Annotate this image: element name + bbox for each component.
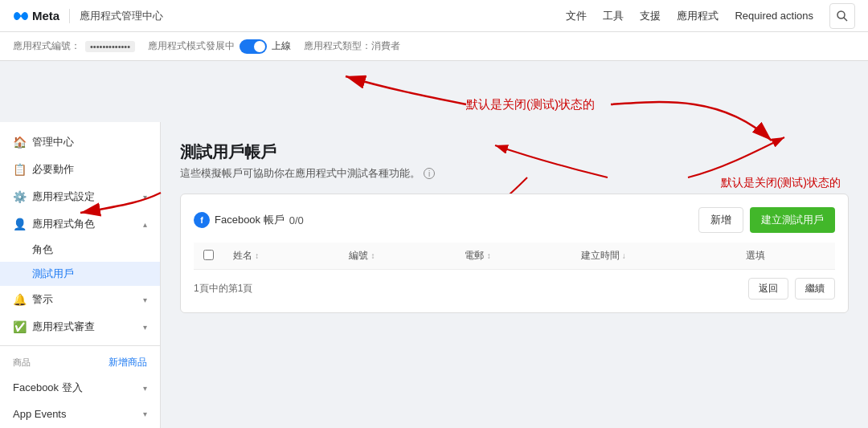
sidebar-item-app-settings[interactable]: ⚙️ 應用程式設定 ▾ [0, 183, 160, 210]
name-sort-icon[interactable]: ↕ [255, 251, 259, 260]
nav-tools[interactable]: 工具 [603, 9, 624, 23]
home-icon: 🏠 [13, 136, 26, 149]
next-page-button[interactable]: 繼續 [795, 278, 835, 300]
sidebar: 🏠 管理中心 📋 必要動作 ⚙️ 應用程式設定 ▾ 👤 [0, 122, 161, 428]
fb-account-box: f Facebook 帳戶 0/0 新增 建立測試用戶 [180, 194, 849, 313]
main-layout: 🏠 管理中心 📋 必要動作 ⚙️ 應用程式設定 ▾ 👤 [0, 122, 868, 428]
sidebar-section-products: 商品 新增商品 [0, 351, 160, 374]
mode-toggle[interactable] [240, 39, 267, 54]
test-users-label: 測試用戶 [32, 267, 74, 279]
sidebar-subitem-roles[interactable]: 角色 [0, 238, 160, 262]
settings-icon: ⚙️ [13, 190, 26, 203]
sidebar-app-roles-label: 應用程式角色 [32, 217, 95, 231]
alerts-icon: 🔔 [13, 293, 26, 306]
facebook-logo-icon: f [194, 212, 210, 228]
sidebar-required-actions-label: 必要動作 [32, 162, 74, 177]
review-chevron-icon: ▾ [143, 323, 147, 332]
sidebar-item-dashboard[interactable]: 🏠 管理中心 [0, 128, 160, 156]
app-mode-label: 應用程式模式發展中 [148, 39, 235, 53]
nav-left: Meta 應用程式管理中心 [13, 9, 566, 23]
review-icon: ✅ [13, 320, 26, 333]
sidebar-item-app-roles[interactable]: 👤 應用程式角色 ▴ [0, 210, 160, 238]
fb-account-label: Facebook 帳戶 [215, 213, 285, 227]
nav-apps[interactable]: 應用程式 [677, 9, 719, 23]
nav-support[interactable]: 支援 [640, 9, 661, 23]
table-footer: 1頁中的第1頁 返回 繼續 [194, 278, 835, 300]
page-title: 測試用戶帳戶 [180, 141, 849, 163]
nav-right: 文件 工具 支援 應用程式 Required actions [566, 3, 855, 29]
sidebar-item-app-events[interactable]: App Events ▾ [0, 402, 160, 426]
main-content: 測試用戶帳戶 這些模擬帳戶可協助你在應用程式中測試各種功能。 i 默认是关闭(测… [161, 122, 868, 428]
app-id-section: 應用程式編號： ••••••••••••• [13, 39, 135, 53]
sidebar-app-review-label: 應用程式審查 [32, 320, 95, 334]
table-header: 姓名 ↕ 編號 ↕ 電郵 ↕ [194, 243, 835, 270]
app-id-label: 應用程式編號： [13, 39, 80, 53]
select-all-checkbox[interactable] [203, 250, 214, 260]
sidebar-item-alerts[interactable]: 🔔 警示 ▾ [0, 286, 160, 313]
app-mode-section: 應用程式模式發展中 上線 [148, 39, 291, 54]
prev-page-button[interactable]: 返回 [748, 278, 788, 300]
sidebar-main-section: 🏠 管理中心 📋 必要動作 ⚙️ 應用程式設定 ▾ 👤 [0, 128, 160, 428]
table-header-checkbox [194, 243, 223, 270]
table-header-created: 建立時間 ↓ [571, 243, 737, 270]
search-icon [837, 10, 848, 22]
roles-icon: 👤 [13, 218, 26, 230]
id-sort-icon[interactable]: ↕ [371, 251, 375, 260]
annotation-wrapper: 默认是关闭(测试)状态的 [180, 194, 849, 313]
email-sort-icon[interactable]: ↕ [487, 251, 491, 260]
facebook-login-label: Facebook 登入 [13, 381, 83, 395]
sidebar-item-app-review[interactable]: ✅ 應用程式審查 ▾ [0, 313, 160, 340]
sidebar-alerts-label: 警示 [32, 292, 53, 307]
test-users-table: 姓名 ↕ 編號 ↕ 電郵 ↕ [194, 243, 835, 270]
table-header-email: 電郵 ↕ [455, 243, 571, 270]
app-events-label: App Events [13, 408, 67, 420]
roles-label: 角色 [32, 243, 53, 255]
account-header: f Facebook 帳戶 0/0 新增 建立測試用戶 [194, 207, 835, 233]
top-nav: Meta 應用程式管理中心 文件 工具 支援 應用程式 Required act… [0, 0, 868, 32]
nav-required-actions[interactable]: Required actions [735, 10, 813, 22]
roles-chevron-icon: ▴ [143, 220, 147, 229]
table-header-optional: 選填 [736, 243, 835, 270]
add-account-button[interactable]: 新增 [698, 207, 743, 233]
fb-account-count: 0/0 [289, 214, 304, 226]
settings-chevron-icon: ▾ [143, 193, 147, 202]
sidebar-divider [0, 345, 160, 346]
info-icon[interactable]: i [424, 168, 435, 179]
sidebar-item-facebook-login[interactable]: Facebook 登入 ▾ [0, 374, 160, 402]
meta-text: Meta [32, 9, 59, 22]
alerts-chevron-icon: ▾ [143, 296, 147, 304]
svg-line-1 [844, 17, 848, 21]
required-actions-icon: 📋 [13, 163, 26, 176]
meta-logo: Meta [13, 9, 59, 22]
search-button[interactable] [829, 3, 855, 29]
created-sort-icon[interactable]: ↓ [622, 251, 626, 260]
facebook-login-chevron-icon: ▾ [143, 384, 147, 393]
header-actions: 新增 建立測試用戶 [698, 207, 835, 233]
table-header-id: 編號 ↕ [339, 243, 455, 270]
meta-logo-icon [13, 10, 29, 22]
table-header-row: 姓名 ↕ 編號 ↕ 電郵 ↕ [194, 243, 835, 270]
pagination-actions: 返回 繼續 [748, 278, 835, 300]
sidebar-subitem-test-users[interactable]: 測試用戶 [0, 262, 160, 286]
nav-center-title: 應用程式管理中心 [69, 9, 163, 23]
annotation-text: 默认是关闭(测试)状态的 [721, 176, 841, 190]
fb-account-badge: f Facebook 帳戶 0/0 [194, 212, 304, 228]
app-events-chevron-icon: ▾ [143, 410, 147, 418]
nav-docs[interactable]: 文件 [566, 9, 587, 23]
sidebar-item-required-actions[interactable]: 📋 必要動作 [0, 156, 160, 183]
app-type-label: 應用程式類型：消費者 [304, 40, 400, 51]
new-product-link[interactable]: 新增商品 [108, 356, 147, 369]
sidebar-dashboard-label: 管理中心 [32, 135, 74, 149]
pagination-info: 1頁中的第1頁 [194, 282, 252, 296]
products-label: 商品 [13, 357, 31, 369]
app-id-value: ••••••••••••• [85, 41, 135, 52]
sidebar-app-settings-label: 應用程式設定 [32, 190, 95, 204]
app-type-section: 應用程式類型：消費者 [304, 39, 400, 53]
sub-nav: 應用程式編號： ••••••••••••• 應用程式模式發展中 上線 應用程式類… [0, 32, 868, 61]
create-test-user-button[interactable]: 建立測試用戶 [750, 207, 835, 233]
page-subtitle-text: 這些模擬帳戶可協助你在應用程式中測試各種功能。 [180, 166, 420, 181]
table-header-name: 姓名 ↕ [223, 243, 339, 270]
status-label: 上線 [272, 39, 291, 53]
